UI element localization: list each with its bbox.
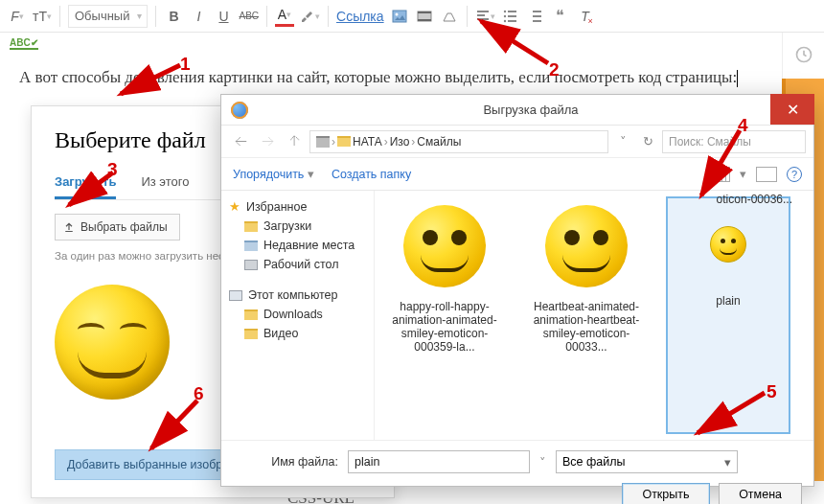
refresh-button[interactable]: ↻	[637, 134, 658, 149]
help-button[interactable]: ?	[787, 167, 802, 182]
tree-downloads[interactable]: Загрузки	[225, 217, 370, 236]
history-icon[interactable]	[788, 38, 820, 71]
native-open-dialog: Выгрузка файла ✕ 🡠 🡢 🡡 › НАТА› Изо› Смай…	[220, 94, 814, 487]
preview-pane-button[interactable]	[756, 167, 777, 182]
tree-downloads-en[interactable]: Downloads	[225, 305, 370, 324]
insert-image-button[interactable]	[390, 6, 409, 27]
dialog-titlebar: Выгрузка файла ✕	[221, 95, 813, 126]
font-family-select[interactable]: F	[8, 6, 27, 27]
crumb[interactable]: Изо	[390, 135, 410, 149]
firefox-icon	[231, 102, 248, 119]
view-mode-button[interactable]	[709, 167, 730, 182]
text-cursor	[737, 70, 738, 87]
crumb[interactable]: НАТА	[353, 135, 382, 149]
folder-icon	[244, 329, 258, 339]
dialog-title: Выгрузка файла	[248, 103, 813, 117]
dialog-cancel-button[interactable]: Отмена	[719, 483, 802, 504]
filename-label: Имя файла:	[233, 455, 338, 469]
recent-icon	[244, 241, 258, 251]
tree-favorites[interactable]: ★Избранное	[225, 196, 370, 217]
breadcrumb[interactable]: › НАТА› Изо› Смайлы	[309, 130, 608, 153]
svg-point-1	[395, 12, 398, 15]
svg-point-6	[503, 14, 505, 16]
emoticon-thumb	[710, 226, 746, 263]
tab-upload[interactable]: Загрузить	[55, 167, 116, 199]
spellcheck-icon[interactable]: ABC✔	[10, 37, 38, 50]
crumb[interactable]: Смайлы	[417, 135, 461, 149]
insert-video-button[interactable]	[415, 6, 434, 27]
svg-rect-3	[418, 11, 431, 13]
svg-rect-0	[393, 11, 406, 22]
file-name: Heartbeat-animated-animation-heartbeat-s…	[526, 300, 647, 354]
clear-format-button[interactable]: T×	[576, 6, 595, 27]
upload-icon	[63, 221, 75, 233]
list-numbers-button[interactable]	[526, 6, 545, 27]
nav-tree: ★Избранное Загрузки Недавние места Рабоч…	[221, 191, 375, 440]
insert-link-button[interactable]: Ссылка	[336, 6, 384, 27]
underline-button[interactable]: U	[214, 6, 233, 27]
svg-point-7	[503, 19, 505, 21]
text-color-button[interactable]: A	[275, 6, 294, 27]
file-name-partial: oticon-00036...	[717, 193, 792, 206]
insert-emoticon-button[interactable]	[440, 6, 459, 27]
filename-input[interactable]	[348, 450, 530, 473]
new-folder-button[interactable]: Создать папку	[332, 168, 411, 181]
dialog-footer: Имя файла: ˅ Все файлы Открыть Отмена	[221, 440, 813, 504]
nav-up-button[interactable]: 🡡	[283, 130, 306, 153]
paragraph-text: А вот способы добавления картинки на сай…	[19, 68, 737, 86]
spellcheck-row: ABC✔	[0, 33, 824, 54]
dialog-toolbar: Упорядочить ▾ Создать папку ▾ ?	[221, 158, 813, 191]
italic-button[interactable]: I	[189, 6, 208, 27]
strike-button[interactable]: ABC	[239, 6, 259, 27]
tree-recent[interactable]: Недавние места	[225, 236, 370, 255]
star-icon: ★	[229, 199, 240, 214]
tree-video[interactable]: Видео	[225, 324, 370, 343]
svg-rect-4	[418, 19, 431, 21]
file-list: oticon-00036... happy-roll-happy-animati…	[375, 191, 813, 440]
choose-files-label: Выбрать файлы	[80, 220, 168, 234]
organize-menu[interactable]: Упорядочить ▾	[233, 167, 314, 181]
folder-icon	[244, 221, 258, 232]
nav-forward-button[interactable]: 🡢	[256, 130, 279, 153]
pc-icon	[316, 136, 330, 148]
highlight-button[interactable]	[300, 6, 320, 27]
file-name: plain	[668, 294, 789, 308]
file-item-selected[interactable]: plain	[668, 198, 789, 432]
dialog-nav: 🡠 🡢 🡡 › НАТА› Изо› Смайлы ˅ ↻ Поиск: Сма…	[221, 126, 813, 158]
tree-desktop[interactable]: Рабочий стол	[225, 255, 370, 274]
pc-icon	[229, 290, 242, 301]
desktop-icon	[244, 260, 258, 270]
list-bullets-button[interactable]	[501, 6, 520, 27]
tab-from-this[interactable]: Из этого	[141, 167, 189, 199]
font-size-select[interactable]: тТ	[33, 6, 52, 27]
quote-button[interactable]: ❝	[551, 6, 570, 27]
folder-icon	[337, 136, 351, 147]
preview-emoticon	[55, 285, 170, 400]
tree-this-pc[interactable]: Этот компьютер	[225, 286, 370, 305]
file-item[interactable]: happy-roll-happy-animation-animated-smil…	[384, 198, 505, 432]
filetype-select[interactable]: Все файлы	[556, 450, 738, 473]
search-placeholder: Поиск: Смайлы	[669, 135, 751, 149]
nav-back-button[interactable]: 🡠	[229, 130, 252, 153]
emoticon-thumb	[545, 205, 628, 287]
editor-toolbar: F тТ Обычный B I U ABC A Ссылка ❝ T×	[0, 0, 824, 33]
folder-icon	[244, 309, 258, 320]
file-item[interactable]: Heartbeat-animated-animation-heartbeat-s…	[526, 198, 647, 432]
close-button[interactable]: ✕	[770, 94, 814, 125]
file-name: happy-roll-happy-animation-animated-smil…	[384, 300, 505, 354]
bold-button[interactable]: B	[164, 6, 183, 27]
choose-files-button[interactable]: Выбрать файлы	[55, 214, 180, 241]
emoticon-thumb	[403, 205, 486, 287]
align-button[interactable]	[475, 6, 495, 27]
paragraph-style-select[interactable]: Обычный	[68, 5, 148, 28]
search-input[interactable]: Поиск: Смайлы	[662, 130, 806, 153]
nav-dropdown[interactable]: ˅	[612, 134, 633, 149]
open-button[interactable]: Открыть	[622, 483, 709, 504]
svg-point-5	[503, 10, 505, 11]
